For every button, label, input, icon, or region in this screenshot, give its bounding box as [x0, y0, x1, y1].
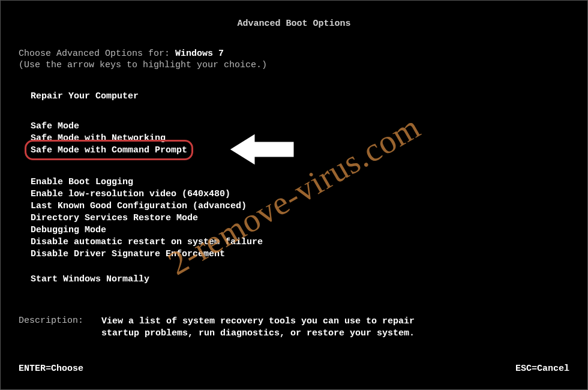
menu-item-last-known-good[interactable]: Last Known Good Configuration (advanced)	[31, 200, 263, 212]
menu-item-disable-driver-sig[interactable]: Disable Driver Signature Enforcement	[31, 248, 263, 260]
os-name: Windows 7	[175, 49, 224, 59]
menu-item-debugging-mode[interactable]: Debugging Mode	[31, 224, 263, 236]
menu-item-repair-your-computer[interactable]: Repair Your Computer	[31, 91, 139, 103]
menu-item-directory-services-restore[interactable]: Directory Services Restore Mode	[31, 212, 263, 224]
menu-item-safe-mode-networking[interactable]: Safe Mode with Networking	[31, 133, 187, 145]
menu-item-disable-auto-restart[interactable]: Disable automatic restart on system fail…	[31, 236, 263, 248]
menu-item-start-windows-normally[interactable]: Start Windows Normally	[31, 274, 149, 286]
prompt-prefix: Choose Advanced Options for:	[19, 49, 175, 59]
menu-item-enable-boot-logging[interactable]: Enable Boot Logging	[31, 176, 263, 188]
footer-hints: ENTER=Choose ESC=Cancel	[19, 364, 569, 374]
description-label: Description:	[19, 316, 83, 340]
description-text: View a list of system recovery tools you…	[101, 316, 437, 340]
menu-group-start-normal: Start Windows Normally	[31, 274, 149, 286]
description-section: Description: View a list of system recov…	[19, 316, 437, 340]
menu-item-safe-mode[interactable]: Safe Mode	[31, 121, 187, 133]
hint-enter: ENTER=Choose	[19, 364, 83, 374]
menu-group-safe-mode: Safe Mode Safe Mode with Networking Safe…	[31, 121, 187, 157]
menu-group-repair: Repair Your Computer	[31, 91, 139, 103]
screen-title: Advanced Boot Options	[237, 19, 350, 29]
menu-item-low-res-video[interactable]: Enable low-resolution video (640x480)	[31, 188, 263, 200]
arrow-pointer-icon	[223, 125, 301, 173]
arrow-key-instruction: (Use the arrow keys to highlight your ch…	[19, 60, 267, 70]
prompt-section: Choose Advanced Options for: Windows 7 (…	[19, 49, 267, 70]
menu-group-advanced: Enable Boot Logging Enable low-resolutio…	[31, 176, 263, 260]
menu-item-safe-mode-command-prompt[interactable]: Safe Mode with Command Prompt	[31, 145, 187, 157]
hint-esc: ESC=Cancel	[515, 364, 569, 374]
